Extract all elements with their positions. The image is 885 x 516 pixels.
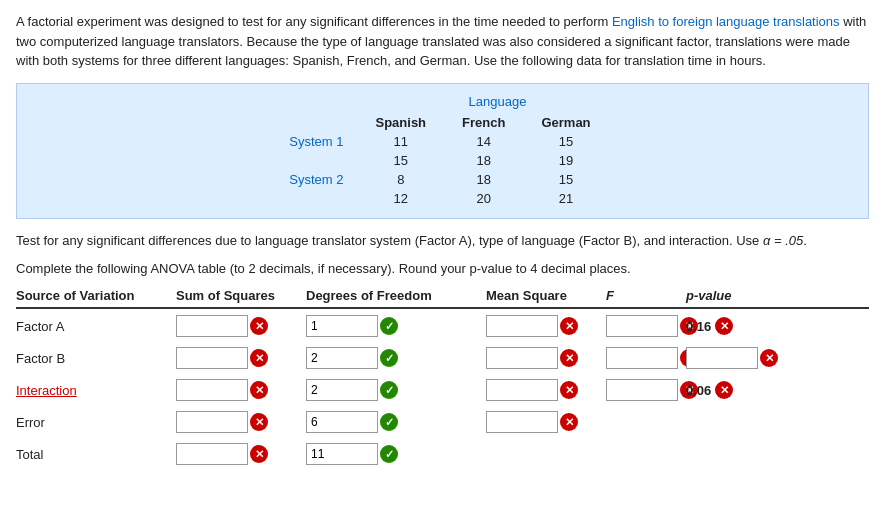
- factor-a-pv-group: 0.16 ✕: [686, 317, 786, 335]
- header-ms: Mean Square: [486, 288, 606, 303]
- s2-french-1: 18: [444, 170, 523, 189]
- s2-german-2: 21: [523, 189, 608, 208]
- header-pv: p-value: [686, 288, 786, 303]
- factor-a-ss-group[interactable]: ✕: [176, 315, 306, 337]
- factor-a-ss-error-icon[interactable]: ✕: [250, 317, 268, 335]
- factor-a-label: Factor A: [16, 319, 176, 334]
- interaction-pv-static: 0.06: [686, 383, 711, 398]
- s2-spanish-2: 12: [358, 189, 445, 208]
- factor-a-pv-static: 0.16: [686, 319, 711, 334]
- header-ss: Sum of Squares: [176, 288, 306, 303]
- interaction-label: Interaction: [16, 383, 176, 398]
- factor-a-f-group[interactable]: ✕: [606, 315, 686, 337]
- factor-b-ms-group[interactable]: ✕: [486, 347, 606, 369]
- error-ms-input[interactable]: [486, 411, 558, 433]
- s1-french-2: 18: [444, 151, 523, 170]
- col-german: German: [523, 113, 608, 132]
- table-row: System 2 8 18 15: [238, 170, 609, 189]
- interaction-df-check-icon: ✓: [380, 381, 398, 399]
- factor-b-df-check-icon: ✓: [380, 349, 398, 367]
- system2-label: System 2: [238, 170, 358, 189]
- header-source: Source of Variation: [16, 288, 176, 303]
- interaction-f-input[interactable]: [606, 379, 678, 401]
- total-label: Total: [16, 447, 176, 462]
- data-table: Spanish French German System 1 11 14 15 …: [238, 113, 609, 208]
- anova-row-interaction: Interaction ✕ ✓ ✕ ✕ 0.06 ✕: [16, 379, 869, 401]
- factor-b-ss-error-icon[interactable]: ✕: [250, 349, 268, 367]
- interaction-ss-error-icon[interactable]: ✕: [250, 381, 268, 399]
- factor-b-df-group: ✓: [306, 347, 486, 369]
- interaction-ms-input[interactable]: [486, 379, 558, 401]
- header-df: Degrees of Freedom: [306, 288, 486, 303]
- error-label: Error: [16, 415, 176, 430]
- error-ms-error-icon[interactable]: ✕: [560, 413, 578, 431]
- total-ss-group[interactable]: ✕: [176, 443, 306, 465]
- s2-french-2: 20: [444, 189, 523, 208]
- s1-spanish-1: 11: [358, 132, 445, 151]
- desc-line-2: Complete the following ANOVA table (to 2…: [16, 259, 869, 280]
- factor-a-df-check-icon: ✓: [380, 317, 398, 335]
- table-row: 12 20 21: [238, 189, 609, 208]
- error-ms-group[interactable]: ✕: [486, 411, 606, 433]
- s1-spanish-2: 15: [358, 151, 445, 170]
- s2-spanish-1: 8: [358, 170, 445, 189]
- table-row: 15 18 19: [238, 151, 609, 170]
- table-row: System 1 11 14 15: [238, 132, 609, 151]
- factor-b-df-input[interactable]: [306, 347, 378, 369]
- interaction-df-input[interactable]: [306, 379, 378, 401]
- alpha-value: α = .05: [763, 233, 803, 248]
- interaction-df-group: ✓: [306, 379, 486, 401]
- factor-b-f-group[interactable]: ✕: [606, 347, 686, 369]
- factor-a-pv-error-icon[interactable]: ✕: [715, 317, 733, 335]
- desc-line-1: Test for any significant differences due…: [16, 231, 869, 252]
- interaction-f-group[interactable]: ✕: [606, 379, 686, 401]
- interaction-ms-group[interactable]: ✕: [486, 379, 606, 401]
- total-df-check-icon: ✓: [380, 445, 398, 463]
- total-ss-error-icon[interactable]: ✕: [250, 445, 268, 463]
- interaction-ms-error-icon[interactable]: ✕: [560, 381, 578, 399]
- factor-a-f-input[interactable]: [606, 315, 678, 337]
- factor-b-ss-input[interactable]: [176, 347, 248, 369]
- factor-a-ms-group[interactable]: ✕: [486, 315, 606, 337]
- anova-table-header: Source of Variation Sum of Squares Degre…: [16, 288, 869, 309]
- anova-row-total: Total ✕ ✓: [16, 443, 869, 465]
- factor-b-pv-error-icon[interactable]: ✕: [760, 349, 778, 367]
- interaction-ss-input[interactable]: [176, 379, 248, 401]
- interaction-pv-group: 0.06 ✕: [686, 381, 786, 399]
- error-ss-input[interactable]: [176, 411, 248, 433]
- error-df-group: ✓: [306, 411, 486, 433]
- factor-b-f-input[interactable]: [606, 347, 678, 369]
- factor-b-ms-error-icon[interactable]: ✕: [560, 349, 578, 367]
- factor-b-pv-input[interactable]: [686, 347, 758, 369]
- factor-a-df-group: ✓: [306, 315, 486, 337]
- factor-a-ss-input[interactable]: [176, 315, 248, 337]
- error-df-input[interactable]: [306, 411, 378, 433]
- language-header: Language: [238, 94, 638, 109]
- factor-b-pv-group[interactable]: ✕: [686, 347, 786, 369]
- s1-french-1: 14: [444, 132, 523, 151]
- s2-german-1: 15: [523, 170, 608, 189]
- header-f: F: [606, 288, 686, 303]
- col-spanish: Spanish: [358, 113, 445, 132]
- interaction-pv-error-icon[interactable]: ✕: [715, 381, 733, 399]
- intro-paragraph: A factorial experiment was designed to t…: [16, 12, 869, 71]
- factor-b-label: Factor B: [16, 351, 176, 366]
- factor-a-ms-input[interactable]: [486, 315, 558, 337]
- factor-a-df-input[interactable]: [306, 315, 378, 337]
- system1-label: System 1: [238, 132, 358, 151]
- factor-b-ss-group[interactable]: ✕: [176, 347, 306, 369]
- s1-german-2: 19: [523, 151, 608, 170]
- total-ss-input[interactable]: [176, 443, 248, 465]
- factor-a-ms-error-icon[interactable]: ✕: [560, 317, 578, 335]
- total-df-input[interactable]: [306, 443, 378, 465]
- total-df-group: ✓: [306, 443, 486, 465]
- anova-row-error: Error ✕ ✓ ✕: [16, 411, 869, 433]
- interaction-ss-group[interactable]: ✕: [176, 379, 306, 401]
- error-ss-error-icon[interactable]: ✕: [250, 413, 268, 431]
- factor-b-ms-input[interactable]: [486, 347, 558, 369]
- col-french: French: [444, 113, 523, 132]
- data-table-container: Language Spanish French German System 1 …: [16, 83, 869, 219]
- anova-row-factor-a: Factor A ✕ ✓ ✕ ✕ 0.16 ✕: [16, 315, 869, 337]
- error-df-check-icon: ✓: [380, 413, 398, 431]
- error-ss-group[interactable]: ✕: [176, 411, 306, 433]
